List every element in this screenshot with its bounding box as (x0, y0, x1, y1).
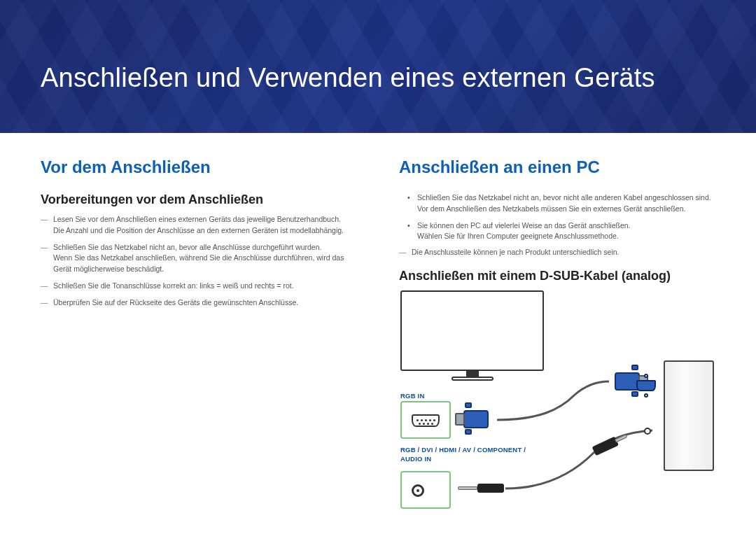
note-line: Die Anschlussteile können je nach Produk… (399, 248, 715, 256)
pc-audio-port-icon (644, 428, 651, 435)
list-item-subtext: Die Anzahl und die Position der Anschlüs… (53, 225, 357, 237)
list-item: Lesen Sie vor dem Anschließen eines exte… (41, 214, 357, 237)
list-item-text: Schließen Sie die Tonanschlüsse korrekt … (53, 281, 294, 290)
list-item-text: Schließen Sie das Netzkabel nicht an, be… (417, 193, 711, 202)
list-item: Sie können den PC auf vielerlei Weise an… (399, 220, 715, 243)
pc-connect-list: Schließen Sie das Netzkabel nicht an, be… (399, 192, 715, 242)
list-item-subtext: Wählen Sie für Ihren Computer geeignete … (417, 231, 715, 242)
list-item: Schließen Sie das Netzkabel nicht an, be… (399, 192, 715, 215)
right-column: Anschließen an einen PC Schließen Sie da… (399, 157, 715, 521)
pc-tower-icon (664, 360, 714, 471)
content-area: Vor dem Anschließen Vorbereitungen vor d… (0, 133, 756, 521)
list-item-subtext: Wenn Sie das Netzkabel anschließen, währ… (53, 253, 357, 275)
audio-plug-icon (458, 484, 507, 493)
subsection-preparation: Vorbereitungen vor dem Anschließen (41, 192, 357, 207)
page-title: Anschließen und Verwenden eines externen… (41, 63, 655, 93)
subsection-dsub: Anschließen mit einem D-SUB-Kabel (analo… (399, 269, 715, 283)
list-item-text: Überprüfen Sie auf der Rückseite des Ger… (53, 298, 298, 307)
section-heading-connect-pc: Anschließen an einen PC (399, 157, 715, 177)
list-item: Schließen Sie das Netzkabel nicht an, be… (41, 242, 357, 275)
list-item: Überprüfen Sie auf der Rückseite des Ger… (41, 297, 357, 309)
pc-vga-port-icon (634, 372, 658, 402)
list-item-text: Lesen Sie vor dem Anschließen eines exte… (53, 215, 341, 223)
list-item: Schließen Sie die Tonanschlüsse korrekt … (41, 281, 357, 292)
left-column: Vor dem Anschließen Vorbereitungen vor d… (41, 157, 357, 521)
chapter-header: Anschließen und Verwenden eines externen… (0, 0, 756, 133)
list-item-text: Sie können den PC auf vielerlei Weise an… (417, 221, 630, 230)
list-item-text: Schließen Sie das Netzkabel nicht an, be… (53, 243, 321, 251)
list-item-subtext: Vor dem Anschließen des Netzkabels müsse… (417, 204, 715, 215)
section-heading-before-connect: Vor dem Anschließen (41, 157, 357, 177)
connection-diagram: RGB IN RGB / DVI / HDMI / AV / COMPONENT… (399, 290, 721, 521)
preparation-list: Lesen Sie vor dem Anschließen eines exte… (41, 214, 357, 308)
